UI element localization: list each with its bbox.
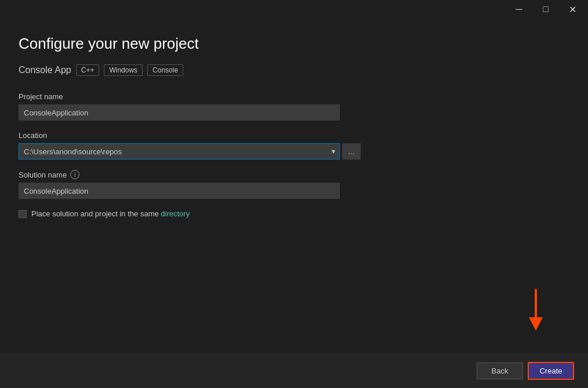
location-select-wrapper: C:\Users\anond\source\repos bbox=[19, 143, 340, 159]
maximize-button[interactable]: □ bbox=[532, 0, 559, 19]
location-group: Location C:\Users\anond\source\repos ... bbox=[19, 131, 569, 159]
solution-name-group: Solution name i bbox=[19, 170, 569, 199]
location-row: C:\Users\anond\source\repos ... bbox=[19, 143, 569, 159]
title-bar: ─ □ ✕ bbox=[0, 0, 588, 19]
same-directory-checkbox[interactable] bbox=[19, 210, 27, 218]
tag-cpp: C++ bbox=[76, 64, 100, 76]
minimize-button[interactable]: ─ bbox=[506, 0, 532, 19]
close-button[interactable]: ✕ bbox=[559, 0, 586, 19]
location-select[interactable]: C:\Users\anond\source\repos bbox=[19, 143, 340, 159]
browse-button[interactable]: ... bbox=[342, 143, 361, 159]
back-button[interactable]: Back bbox=[477, 362, 523, 379]
solution-name-label: Solution name i bbox=[19, 170, 569, 179]
same-directory-label: Place solution and project in the same d… bbox=[31, 209, 190, 218]
bottom-bar: Back Create bbox=[0, 353, 588, 388]
project-name-label: Project name bbox=[19, 92, 569, 101]
solution-name-info-icon[interactable]: i bbox=[70, 170, 79, 179]
arrow-annotation bbox=[518, 287, 553, 336]
main-content: Configure your new project Console App C… bbox=[0, 19, 588, 230]
same-directory-row: Place solution and project in the same d… bbox=[19, 209, 569, 218]
location-label: Location bbox=[19, 131, 569, 140]
svg-marker-1 bbox=[529, 317, 543, 331]
tag-console: Console bbox=[147, 64, 183, 76]
tag-windows: Windows bbox=[104, 64, 143, 76]
project-name-input[interactable] bbox=[19, 104, 340, 121]
project-name-group: Project name bbox=[19, 92, 569, 121]
page-title: Configure your new project bbox=[19, 35, 569, 53]
create-button[interactable]: Create bbox=[528, 362, 574, 380]
app-header: Console App C++ Windows Console bbox=[19, 64, 569, 76]
solution-name-input[interactable] bbox=[19, 183, 340, 199]
app-name-label: Console App bbox=[19, 65, 71, 75]
